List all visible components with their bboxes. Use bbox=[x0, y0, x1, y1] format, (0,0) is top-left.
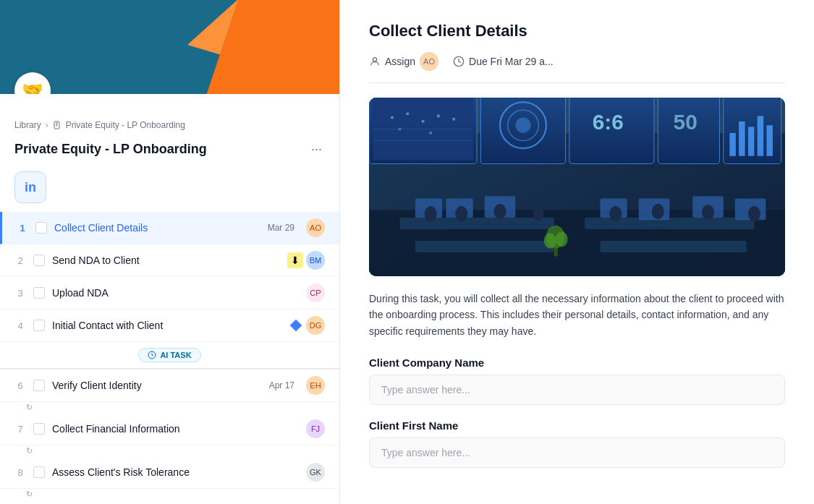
svg-rect-31 bbox=[748, 127, 755, 155]
breadcrumb-home[interactable]: Library bbox=[14, 120, 41, 130]
user-icon bbox=[369, 56, 381, 67]
integration-icon-box[interactable]: in bbox=[14, 171, 46, 203]
task-label: Collect Financial Information bbox=[52, 423, 299, 435]
ai-icon bbox=[148, 351, 156, 359]
task-label: Upload NDA bbox=[52, 287, 299, 299]
task-item[interactable]: 1 Collect Client Details Mar 29 AO bbox=[0, 212, 339, 244]
task-item[interactable]: 4 Initial Contact with Client DG bbox=[0, 309, 339, 342]
breadcrumb-current: Private Equity - LP Onboarding bbox=[66, 120, 185, 130]
detail-image: 6:6 50 bbox=[369, 98, 785, 276]
task-list: 1 Collect Client Details Mar 29 AO 2 Sen… bbox=[0, 212, 339, 504]
right-panel: Collect Client Details Assign AO Due Fri… bbox=[340, 0, 814, 504]
diamond-icon bbox=[289, 318, 303, 333]
project-header: Private Equity - LP Onboarding ··· bbox=[0, 136, 339, 168]
task-number: 3 bbox=[14, 288, 26, 299]
task-item[interactable]: 2 Send NDA to Client ⬇ BM bbox=[0, 244, 339, 277]
task-number: 7 bbox=[14, 424, 26, 435]
svg-rect-32 bbox=[758, 116, 764, 155]
task-checkbox[interactable] bbox=[33, 423, 45, 435]
svg-point-11 bbox=[391, 116, 394, 119]
svg-point-17 bbox=[429, 132, 432, 134]
svg-point-57 bbox=[556, 231, 568, 247]
assign-meta[interactable]: Assign AO bbox=[369, 52, 438, 71]
task-assignee-avatar: FJ bbox=[306, 419, 325, 438]
svg-point-46 bbox=[425, 206, 437, 221]
download-icon: ⬇ bbox=[287, 252, 303, 268]
header-banner: 🤝 bbox=[0, 0, 339, 94]
task-assignee-avatar: DG bbox=[306, 316, 325, 335]
field1-label: Client Company Name bbox=[369, 356, 785, 369]
task-checkbox[interactable] bbox=[33, 287, 45, 299]
refresh-icon: ↻ bbox=[26, 490, 33, 499]
task-label: Initial Contact with Client bbox=[52, 320, 281, 331]
task-number: 4 bbox=[14, 320, 26, 331]
task-number: 8 bbox=[14, 467, 26, 478]
task-item[interactable]: 8 Assess Client's Risk Tolerance GK bbox=[0, 456, 339, 489]
svg-rect-10 bbox=[373, 98, 472, 160]
task-checkbox[interactable] bbox=[33, 380, 45, 391]
breadcrumb-doc-icon bbox=[53, 121, 62, 129]
svg-point-52 bbox=[702, 205, 714, 220]
task-assignee-avatar: AO bbox=[306, 218, 325, 237]
office-illustration: 6:6 50 bbox=[369, 98, 785, 276]
task-icons: DG bbox=[289, 316, 325, 335]
svg-point-47 bbox=[455, 206, 467, 221]
task-assignee-avatar: GK bbox=[306, 463, 325, 482]
svg-point-15 bbox=[452, 118, 455, 121]
svg-point-56 bbox=[544, 233, 556, 248]
svg-rect-33 bbox=[766, 125, 773, 156]
icon-box-row: in bbox=[0, 168, 339, 212]
task-item[interactable]: 3 Upload NDA CP bbox=[0, 277, 339, 309]
detail-title: Collect Client Details bbox=[369, 22, 785, 40]
svg-point-23 bbox=[515, 118, 530, 133]
field1-input[interactable] bbox=[369, 375, 785, 405]
svg-rect-29 bbox=[729, 133, 736, 156]
task-label: Assess Client's Risk Tolerance bbox=[52, 466, 299, 478]
task-checkbox[interactable] bbox=[33, 320, 45, 331]
task-checkbox[interactable] bbox=[33, 466, 45, 478]
task-item[interactable]: ∞ Approval: Client Details Verification … bbox=[0, 500, 339, 504]
task-number: 6 bbox=[14, 380, 26, 391]
task-assignee-avatar: CP bbox=[306, 283, 325, 302]
detail-description: During this task, you will collect all t… bbox=[369, 291, 785, 339]
svg-rect-30 bbox=[739, 121, 745, 156]
task-assignee-avatar: EH bbox=[306, 376, 325, 395]
svg-point-48 bbox=[494, 204, 506, 219]
refresh-icon: ↻ bbox=[26, 446, 33, 456]
task-number: 1 bbox=[17, 223, 28, 234]
task-date: Mar 29 bbox=[268, 223, 294, 233]
svg-point-5 bbox=[373, 58, 376, 61]
task-checkbox[interactable] bbox=[33, 255, 45, 266]
svg-point-51 bbox=[652, 204, 664, 219]
field2-input[interactable] bbox=[369, 437, 785, 468]
left-panel: 🤝 Library › Private Equity - LP Onboardi… bbox=[0, 0, 340, 504]
svg-point-13 bbox=[421, 120, 424, 123]
task-checkbox[interactable] bbox=[35, 222, 47, 234]
svg-rect-36 bbox=[585, 218, 754, 229]
task-icons: ⬇ BM bbox=[287, 251, 325, 270]
svg-text:6:6: 6:6 bbox=[593, 110, 624, 134]
ai-task-badge: AI TASK bbox=[138, 348, 200, 362]
svg-point-49 bbox=[533, 207, 544, 221]
task-item[interactable]: 7 Collect Financial Information FJ bbox=[0, 413, 339, 445]
svg-text:50: 50 bbox=[674, 110, 698, 134]
task-item[interactable]: 6 Verify Client Identity Apr 17 EH bbox=[0, 368, 339, 402]
task-label: Send NDA to Client bbox=[52, 255, 280, 266]
svg-point-12 bbox=[406, 112, 409, 115]
clock-icon bbox=[453, 56, 465, 67]
due-meta: Due Fri Mar 29 a... bbox=[453, 56, 554, 67]
task-date: Apr 17 bbox=[269, 380, 294, 390]
task-number: 2 bbox=[14, 255, 26, 266]
project-title: Private Equity - LP Onboarding bbox=[14, 142, 207, 157]
assignee-avatar: AO bbox=[420, 52, 438, 71]
breadcrumb: Library › Private Equity - LP Onboarding bbox=[0, 94, 339, 136]
due-label: Due Fri Mar 29 a... bbox=[469, 56, 554, 67]
svg-rect-35 bbox=[400, 218, 554, 229]
ai-task-label: AI TASK bbox=[160, 351, 191, 359]
refresh-icon: ↻ bbox=[26, 403, 33, 412]
linkedin-icon: in bbox=[25, 180, 36, 195]
breadcrumb-separator: › bbox=[46, 120, 48, 130]
project-menu-button[interactable]: ··· bbox=[308, 139, 325, 160]
task-label: Collect Client Details bbox=[54, 222, 260, 234]
task-assignee-avatar: BM bbox=[306, 251, 325, 270]
